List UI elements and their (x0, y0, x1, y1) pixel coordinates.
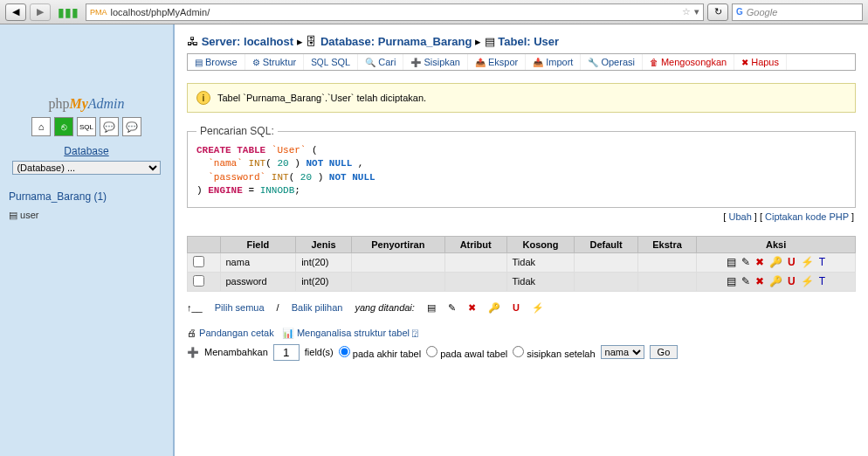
label-fields: field(s) (305, 347, 334, 357)
th-default: Default (575, 236, 638, 252)
th-ekstra: Ekstra (637, 236, 696, 252)
go-button[interactable]: Go (650, 345, 679, 359)
tab-sisipkan[interactable]: ➕Sisipkan (403, 54, 468, 70)
action-edit-icon[interactable]: ✎ (741, 256, 750, 268)
back-button[interactable]: ◀ (5, 3, 26, 21)
tab-ekspor[interactable]: 📤Ekspor (468, 54, 526, 70)
tab-hapus[interactable]: ✖Hapus (734, 54, 787, 70)
tab-cari[interactable]: 🔍Cari (358, 54, 403, 70)
radio-at-start[interactable]: pada awal tabel (426, 346, 507, 359)
action-unique-icon[interactable]: U (788, 275, 796, 287)
cell-attr (444, 272, 506, 291)
th-checkbox (188, 236, 221, 252)
action-index-icon[interactable]: ⚡ (801, 256, 814, 268)
breadcrumb: 🖧 Server: localhost ▸ 🗄 Database: Purnam… (187, 35, 856, 48)
empty-icon: 🗑 (650, 58, 658, 67)
bulk-index-icon[interactable]: ⚡ (532, 302, 544, 314)
breadcrumb-server[interactable]: localhost (244, 35, 293, 48)
tab-import[interactable]: 📥Import (526, 54, 581, 70)
export-icon: 📤 (475, 58, 486, 67)
action-fulltext-icon[interactable]: T (819, 256, 825, 268)
bottom-links: 🖨 Pandangan cetak 📊 Menganalisa struktur… (187, 328, 856, 339)
cell-attr (444, 252, 506, 272)
message-text: Tabel `Purnama_Barang`.`User` telah dici… (217, 93, 426, 103)
cell-jenis: int(20) (296, 252, 352, 272)
link-ubah[interactable]: Ubah (728, 211, 751, 222)
import-icon: 📥 (533, 58, 543, 67)
action-primary-icon[interactable]: 🔑 (769, 256, 782, 268)
radio-after[interactable]: sisipkan setelah (513, 346, 595, 359)
link-pilih-semua[interactable]: Pilih semua (215, 302, 265, 313)
sql-fieldset: Pencarian SQL: CREATE TABLE `User` ( `na… (187, 125, 856, 208)
row-checkbox[interactable] (193, 275, 204, 287)
drop-icon: ✖ (741, 58, 748, 67)
struct-icon: ⚙ (252, 58, 260, 67)
action-unique-icon[interactable]: U (788, 256, 796, 268)
reload-button[interactable]: ↻ (707, 3, 728, 21)
link-print-view[interactable]: Pandangan cetak (199, 328, 274, 338)
add-fields-row: ➕ Menambahkan field(s) pada akhir tabel … (187, 344, 856, 361)
link-analyze[interactable]: Menganalisa struktur tabel (297, 328, 410, 338)
th-aksi: Aksi (697, 236, 856, 252)
print-icon: 🖨 (187, 328, 196, 338)
exit-icon[interactable]: ⎋ (54, 117, 73, 136)
action-primary-icon[interactable]: 🔑 (769, 275, 782, 287)
action-drop-icon[interactable]: ✖ (755, 275, 764, 287)
analyze-icon: 📊 (282, 328, 294, 338)
insert-icon: ➕ (410, 58, 421, 67)
breadcrumb-table[interactable]: User (534, 35, 559, 48)
tab-browse[interactable]: ▤Browse (188, 54, 245, 70)
after-field-select[interactable]: nama (601, 345, 644, 359)
sql-icon[interactable]: SQL (77, 117, 96, 136)
action-edit-icon[interactable]: ✎ (741, 275, 750, 287)
add-count-input[interactable] (273, 344, 300, 361)
help-icon[interactable]: 💬 (122, 117, 141, 136)
stats-icon[interactable]: ▮▮▮ (58, 5, 79, 19)
action-browse-icon[interactable]: ▤ (727, 275, 736, 287)
label-yang-ditandai: yang ditandai: (355, 302, 415, 313)
link-balik-pilihan[interactable]: Balik pilihan (292, 302, 343, 313)
action-browse-icon[interactable]: ▤ (727, 256, 736, 268)
cell-field: nama (220, 252, 296, 272)
bulk-edit-icon[interactable]: ✎ (448, 302, 456, 314)
link-create-php[interactable]: Ciptakan kode PHP (765, 211, 849, 222)
breadcrumb-db[interactable]: Purnama_Barang (378, 35, 472, 48)
tab-sql[interactable]: SQLSQL (304, 54, 358, 70)
bulk-browse-icon[interactable]: ▤ (427, 302, 436, 314)
row-checkbox[interactable] (193, 256, 204, 267)
action-drop-icon[interactable]: ✖ (755, 256, 764, 268)
sidebar: phpMyAdmin ⌂ ⎋ SQL 💬 💬 Database (Databas… (0, 24, 175, 456)
sidebar-table-link[interactable]: ▤ user (9, 210, 164, 221)
bulk-primary-icon[interactable]: 🔑 (488, 302, 500, 314)
action-fulltext-icon[interactable]: T (819, 275, 825, 287)
home-icon[interactable]: ⌂ (31, 117, 51, 136)
tab-operasi[interactable]: 🔧Operasi (581, 54, 643, 70)
docs-icon[interactable]: 💬 (100, 117, 119, 136)
database-heading[interactable]: Database (9, 145, 164, 157)
action-index-icon[interactable]: ⚡ (801, 275, 814, 287)
forward-button[interactable]: ▶ (30, 3, 51, 21)
url-text: localhost/phpMyAdmin/ (111, 7, 679, 17)
th-penyortiran: Penyortiran (351, 236, 444, 252)
dropdown-icon[interactable]: ▾ (694, 6, 699, 17)
radio-at-end[interactable]: pada akhir tabel (339, 346, 421, 359)
search-icon: 🔍 (365, 58, 375, 67)
cell-kosong: Tidak (506, 252, 575, 272)
table-icon: ▤ (485, 35, 495, 48)
tab-struktur[interactable]: ⚙Struktur (245, 54, 305, 70)
bulk-drop-icon[interactable]: ✖ (468, 302, 476, 314)
help-q-icon[interactable]: ⍰ (412, 328, 418, 338)
browser-search[interactable]: G Google (732, 3, 863, 21)
browse-icon: ▤ (195, 58, 203, 67)
cell-ekstra (637, 252, 696, 272)
sidebar-db-link[interactable]: Purnama_Barang (1) (9, 190, 164, 203)
th-field: Field (220, 236, 296, 252)
sidebar-toolbar: ⌂ ⎋ SQL 💬 💬 (9, 117, 164, 136)
tab-mengosongkan[interactable]: 🗑Mengosongkan (643, 54, 734, 70)
favicon-icon: PMA (90, 8, 107, 17)
url-bar[interactable]: PMA localhost/phpMyAdmin/ ☆ ▾ (86, 3, 704, 21)
database-select[interactable]: (Database) ... (12, 161, 160, 175)
bookmark-star-icon[interactable]: ☆ (682, 6, 691, 17)
sql-code: CREATE TABLE `User` ( `nama` INT( 20 ) N… (196, 144, 846, 198)
bulk-unique-icon[interactable]: U (513, 302, 520, 313)
